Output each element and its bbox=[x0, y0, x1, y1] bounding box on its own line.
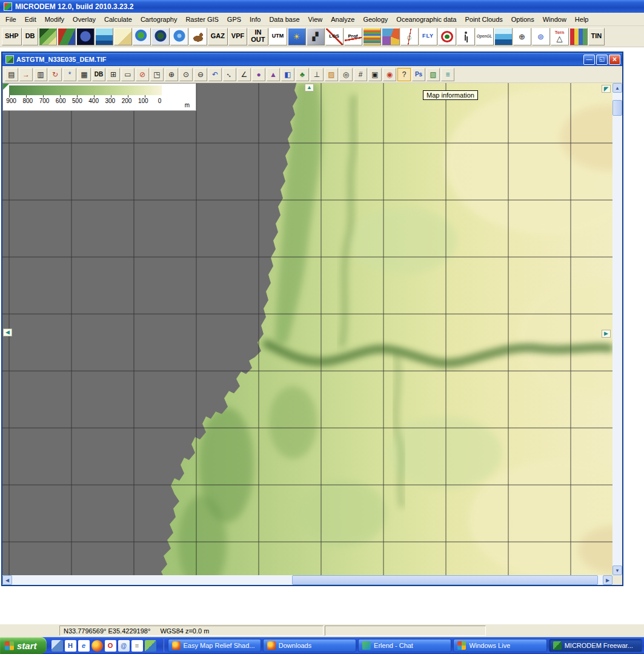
menu-item[interactable]: Point Clouds bbox=[460, 13, 506, 25]
profile-lines-icon[interactable]: ≡ bbox=[441, 68, 454, 81]
graticule-icon[interactable]: # bbox=[354, 68, 367, 81]
menu-item[interactable]: Geology bbox=[359, 13, 392, 25]
menu-item[interactable]: Raster GIS bbox=[181, 13, 222, 25]
projection-globe-icon[interactable]: ⊚ bbox=[532, 28, 550, 45]
vegetation-icon[interactable]: ♣ bbox=[296, 68, 309, 81]
menu-item[interactable]: View bbox=[304, 13, 327, 25]
ps-tool-button[interactable]: Ps bbox=[412, 68, 425, 81]
tin-button[interactable]: TIN bbox=[588, 28, 605, 45]
opengl-button[interactable]: OpenGL bbox=[476, 28, 494, 45]
opera-icon[interactable]: O bbox=[105, 640, 116, 652]
geology-map-icon[interactable] bbox=[382, 28, 400, 45]
landcover-grid-icon[interactable] bbox=[569, 28, 588, 45]
subset-grid-icon[interactable]: ⊞ bbox=[107, 68, 120, 81]
h-app-icon[interactable]: H bbox=[65, 640, 76, 652]
vpf-button[interactable]: VPF bbox=[228, 28, 247, 45]
import-export-button[interactable]: IN OUT bbox=[248, 28, 268, 45]
terrain-map-icon[interactable] bbox=[39, 28, 57, 45]
terrain-triangle-button[interactable]: Tern △ bbox=[551, 28, 569, 45]
palette-icon[interactable]: ▧ bbox=[427, 68, 440, 81]
duplicate-window-icon[interactable]: ▣ bbox=[368, 68, 382, 81]
great-circle-icon[interactable]: ⊕ bbox=[513, 28, 531, 45]
firefox-icon[interactable] bbox=[91, 640, 103, 652]
cone-view-icon[interactable]: ▲ bbox=[267, 68, 280, 81]
star-edit-icon[interactable]: * bbox=[63, 68, 76, 81]
menu-item[interactable]: Help bbox=[571, 13, 593, 25]
cross-section-icon[interactable]: ⊥ bbox=[310, 68, 324, 81]
zoom-out-icon[interactable]: ⊖ bbox=[194, 68, 207, 81]
menu-item[interactable]: Cartography bbox=[136, 13, 182, 25]
scroll-up-icon[interactable]: ▲ bbox=[612, 83, 622, 93]
show-desktop-icon[interactable] bbox=[51, 640, 63, 652]
gps-point-icon[interactable]: ◉ bbox=[383, 68, 396, 81]
structural-geology-icon[interactable]: ⌂ bbox=[400, 28, 419, 45]
pan-east-icon[interactable]: ▶ bbox=[602, 330, 611, 338]
pan-arrows-icon[interactable]: ↔ bbox=[223, 68, 236, 81]
expand-box-icon[interactable]: ◳ bbox=[150, 68, 164, 81]
menu-item[interactable]: Options bbox=[507, 13, 539, 25]
redraw-arrow-icon[interactable]: ↶ bbox=[208, 68, 222, 81]
menu-item[interactable]: Overlay bbox=[68, 13, 100, 25]
reload-icon[interactable]: ↻ bbox=[48, 68, 62, 81]
pan-north-icon[interactable]: ▲ bbox=[305, 84, 314, 92]
vertical-scroll-track[interactable] bbox=[612, 93, 622, 566]
los-button[interactable]: LOS bbox=[325, 28, 344, 45]
horizontal-scrollbar[interactable]: ◀ ▶ bbox=[2, 575, 622, 585]
hiker-icon[interactable] bbox=[457, 28, 475, 45]
menu-item[interactable]: GPS bbox=[223, 13, 245, 25]
grid-data-icon[interactable]: ▦ bbox=[78, 68, 91, 81]
target-icon[interactable] bbox=[438, 28, 456, 45]
zoom-in-icon[interactable]: ⊕ bbox=[165, 68, 178, 81]
gazetteer-animal-icon[interactable] bbox=[189, 28, 207, 45]
menu-item[interactable]: Modify bbox=[41, 13, 68, 25]
profile-button[interactable]: Prof bbox=[344, 28, 362, 45]
bathymetry-icon[interactable] bbox=[95, 28, 113, 45]
photo-viewer-icon[interactable] bbox=[145, 640, 156, 652]
email-icon[interactable]: @ bbox=[118, 640, 130, 652]
task-erlend-chat[interactable]: Erlend - Chat bbox=[358, 639, 451, 652]
restore-button[interactable]: ◱ bbox=[596, 55, 608, 65]
print-icon[interactable]: ▤ bbox=[5, 68, 18, 81]
oceanography-icon[interactable] bbox=[494, 28, 513, 45]
sensor-view-icon[interactable]: ▞ bbox=[307, 28, 325, 45]
task-downloads[interactable]: Downloads bbox=[263, 639, 356, 652]
scroll-down-icon[interactable]: ▼ bbox=[612, 566, 622, 575]
range-circle-icon[interactable]: ◎ bbox=[339, 68, 353, 81]
world-globe-grid-icon[interactable] bbox=[170, 28, 188, 45]
horizontal-scroll-track[interactable] bbox=[12, 575, 603, 585]
stratigraphy-icon[interactable] bbox=[363, 28, 381, 45]
menu-item[interactable]: Data base bbox=[265, 13, 304, 25]
mask-blob-icon[interactable]: ● bbox=[252, 68, 265, 81]
select-area-icon[interactable]: ▭ bbox=[121, 68, 134, 81]
menu-item[interactable]: Oceanographic data bbox=[392, 13, 460, 25]
menu-item[interactable]: Analyze bbox=[327, 13, 359, 25]
measure-angle-icon[interactable]: ∠ bbox=[237, 68, 251, 81]
sun-illumination-icon[interactable]: ☀ bbox=[288, 28, 306, 45]
fly-button[interactable]: FLY bbox=[419, 28, 437, 45]
minimize-button[interactable]: — bbox=[583, 55, 595, 65]
overlay-grid-icon[interactable]: ◧ bbox=[281, 68, 294, 81]
scroll-right-icon[interactable]: ▶ bbox=[603, 575, 612, 585]
task-easy-map[interactable]: Easy Map Relief Shad... bbox=[168, 639, 261, 652]
menu-item[interactable]: Window bbox=[539, 13, 571, 25]
scanned-map-icon[interactable] bbox=[114, 28, 132, 45]
menu-item[interactable]: Edit bbox=[21, 13, 41, 25]
gaz-button[interactable]: GAZ bbox=[208, 28, 228, 45]
world-globe-icon[interactable] bbox=[133, 28, 151, 45]
map-window-title-bar[interactable]: ASTGTM_N33E035_DEM.TIF — ◱ × bbox=[2, 53, 622, 66]
utm-button[interactable]: UTM bbox=[269, 28, 287, 45]
map-canvas[interactable]: 9008007006005004003002001000 m Map infor… bbox=[2, 83, 612, 575]
reflectance-map-icon[interactable] bbox=[58, 28, 76, 45]
document-icon[interactable]: ≡ bbox=[131, 640, 143, 652]
world-globe-dark-icon[interactable] bbox=[151, 28, 170, 45]
pan-west-icon[interactable]: ◀ bbox=[3, 329, 12, 336]
scroll-left-icon[interactable]: ◀ bbox=[2, 575, 12, 585]
zoom-actual-icon[interactable]: ⊙ bbox=[179, 68, 193, 81]
shp-button[interactable]: SHP bbox=[2, 28, 22, 45]
save-map-icon[interactable]: → bbox=[19, 68, 33, 81]
horizontal-scroll-thumb[interactable] bbox=[292, 575, 598, 585]
menu-item[interactable]: Calculate bbox=[100, 13, 136, 25]
pan-northwest-icon[interactable]: ◤ bbox=[602, 85, 611, 93]
vertical-scroll-thumb[interactable] bbox=[612, 100, 622, 116]
menu-item[interactable]: File bbox=[1, 13, 21, 25]
